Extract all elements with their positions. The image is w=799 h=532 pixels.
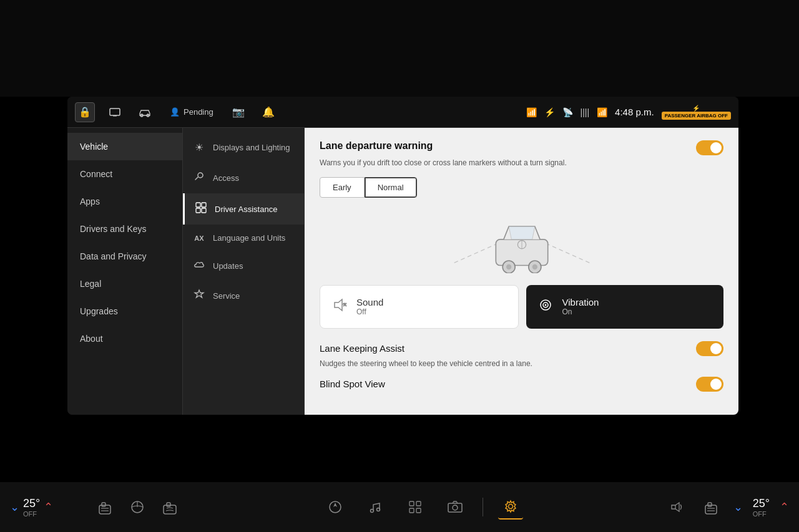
left-temp-up[interactable]: ⌃ <box>44 500 53 514</box>
service-icon <box>193 289 205 302</box>
sidebar-item-drivers-keys[interactable]: Drivers and Keys <box>67 215 182 243</box>
bottom-bar: ⌄ 25° OFF ⌃ <box>0 482 799 532</box>
svg-marker-18 <box>335 299 342 311</box>
svg-point-36 <box>370 510 373 513</box>
lane-departure-toggle[interactable] <box>696 140 723 155</box>
airbag-badge: PASSENGER AIRBAG OFF <box>662 112 731 120</box>
sidebar-item-upgrades[interactable]: Upgrades <box>67 297 182 325</box>
vibration-card-status: On <box>562 307 599 316</box>
lane-keeping-row: Lane Keeping Assist Nudges the steering … <box>320 341 723 369</box>
sound-icon <box>331 297 348 317</box>
sound-card-title: Sound <box>356 297 383 307</box>
topbar-right: 📶 ⚡ 📡 |||| 📶 4:48 p.m. ⚡ PASSENGER AIRBA… <box>526 105 731 120</box>
screen-icon[interactable] <box>105 102 125 122</box>
apps-btn[interactable] <box>403 495 428 520</box>
music-btn[interactable] <box>363 495 388 520</box>
settings-btn[interactable] <box>498 495 523 520</box>
screen-topbar: 🔒 👤 Pending 📷 🔔 📶 ⚡ 📡 |||| 📶 <box>67 97 738 128</box>
vibration-card-info: Vibration On <box>562 297 599 316</box>
pending-label: Pending <box>184 107 213 117</box>
submenu-driver-assistance[interactable]: Driver Assistance <box>183 193 304 225</box>
svg-rect-42 <box>448 503 462 512</box>
sun-icon: ☀ <box>193 142 205 153</box>
car-icon[interactable] <box>135 102 155 122</box>
blind-spot-header: Blind Spot View <box>320 377 723 392</box>
left-temp-group: ⌄ 25° OFF ⌃ <box>10 497 85 518</box>
blind-spot-toggle[interactable] <box>696 377 723 392</box>
svg-marker-35 <box>333 503 337 507</box>
lock-icon[interactable]: 🔒 <box>75 102 95 122</box>
sidebar-item-legal[interactable]: Legal <box>67 270 182 297</box>
right-temp-down[interactable]: ⌄ <box>733 500 743 514</box>
lane-departure-header: Lane departure warning <box>320 140 723 155</box>
sidebar-item-apps[interactable]: Apps <box>67 188 182 215</box>
language-icon: AX <box>193 235 205 242</box>
lane-keeping-title: Lane Keeping Assist <box>320 343 404 354</box>
sidebar-item-about[interactable]: About <box>67 325 182 352</box>
svg-rect-5 <box>196 203 200 207</box>
bell-icon[interactable]: 🔔 <box>258 102 278 122</box>
svg-point-37 <box>376 508 380 511</box>
sound-card[interactable]: Sound Off <box>320 285 519 329</box>
btn-normal[interactable]: Normal <box>365 177 417 198</box>
seat-heat-left[interactable] <box>92 495 117 520</box>
clock: 4:48 p.m. <box>615 107 654 117</box>
submenu-access[interactable]: Access <box>183 162 304 193</box>
svg-rect-47 <box>708 503 712 506</box>
svg-point-25 <box>544 304 546 306</box>
left-temp-val: 25° <box>23 497 40 510</box>
blind-spot-row: Blind Spot View <box>320 377 723 392</box>
submenu-service[interactable]: Service <box>183 280 304 311</box>
signal-icon: 📡 <box>562 107 573 117</box>
vibration-card[interactable]: Vibration On <box>526 285 724 329</box>
vibration-icon <box>537 297 554 317</box>
bar-icon: |||| <box>581 107 590 117</box>
submenu-displays-lighting[interactable]: ☀ Displays and Lighting <box>183 133 304 162</box>
sound-card-info: Sound Off <box>356 297 383 316</box>
pending-button[interactable]: 👤 Pending <box>165 105 218 119</box>
svg-marker-45 <box>672 505 675 509</box>
right-controls: ⌄ 25° OFF ⌃ <box>664 495 789 520</box>
svg-point-43 <box>453 505 458 510</box>
svg-rect-7 <box>196 208 200 213</box>
sidebar-item-data-privacy[interactable]: Data and Privacy <box>67 243 182 270</box>
submenu-language-units[interactable]: AX Language and Units <box>183 225 304 251</box>
lane-keeping-header: Lane Keeping Assist <box>320 341 723 356</box>
lane-departure-title: Lane departure warning <box>320 140 433 152</box>
wifi-icon: 📶 <box>526 107 537 117</box>
left-temp-down[interactable]: ⌄ <box>10 500 19 514</box>
sidebar-middle: ☀ Displays and Lighting Access <box>183 128 305 415</box>
camera-btn[interactable] <box>443 495 468 520</box>
main-content: Lane departure warning Warns you if you … <box>305 128 738 415</box>
nav-btn[interactable] <box>323 495 348 520</box>
lane-keeping-toggle[interactable] <box>696 341 723 356</box>
lane-keeping-desc: Nudges the steering wheel to keep the ve… <box>320 359 723 369</box>
svg-rect-8 <box>202 208 206 213</box>
key-icon <box>193 171 205 185</box>
sidebar-item-connect[interactable]: Connect <box>67 160 182 188</box>
svg-point-4 <box>198 173 203 178</box>
lane-departure-btn-group: Early Normal <box>320 177 723 198</box>
svg-rect-38 <box>409 501 414 506</box>
seat-heat-right[interactable] <box>699 495 723 520</box>
sidebar-left: Vehicle Connect Apps Drivers and Keys Da… <box>67 128 183 415</box>
sidebar-item-vehicle[interactable]: Vehicle <box>67 133 182 160</box>
volume-btn[interactable] <box>664 495 689 520</box>
svg-rect-33 <box>167 503 170 506</box>
right-temp-up[interactable]: ⌃ <box>780 500 789 514</box>
left-temp-unit: OFF <box>23 510 40 518</box>
submenu-updates[interactable]: Updates <box>183 251 304 280</box>
svg-rect-6 <box>202 203 206 207</box>
steering-heat[interactable] <box>125 495 150 520</box>
top-black-bar <box>0 0 799 97</box>
center-controls <box>182 495 664 520</box>
seat-vent-left[interactable] <box>157 495 182 520</box>
driver-assist-icon <box>195 202 207 216</box>
camera-icon[interactable]: 📷 <box>228 102 248 122</box>
vibration-card-title: Vibration <box>562 297 599 307</box>
btn-early[interactable]: Early <box>320 177 365 198</box>
svg-rect-40 <box>409 508 414 513</box>
sound-card-status: Off <box>356 307 383 316</box>
car-illustration <box>320 208 723 276</box>
main-screen: 🔒 👤 Pending 📷 🔔 📶 ⚡ 📡 |||| 📶 <box>67 97 738 415</box>
